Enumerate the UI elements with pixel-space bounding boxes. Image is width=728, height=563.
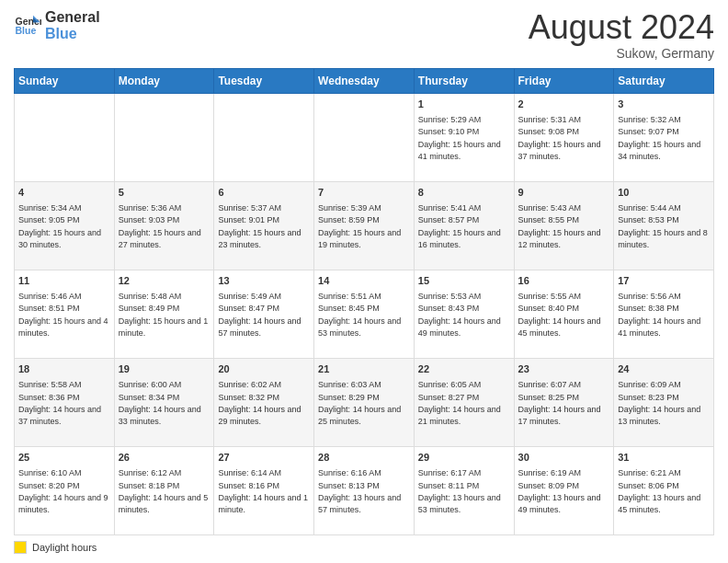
day-detail: Sunrise: 6:19 AM Sunset: 8:09 PM Dayligh…: [518, 468, 601, 514]
day-detail: Sunrise: 6:14 AM Sunset: 8:16 PM Dayligh…: [218, 468, 308, 514]
day-number: 6: [218, 186, 310, 200]
day-number: 29: [418, 451, 510, 465]
month-title: August 2024: [529, 9, 714, 46]
calendar-cell: 31Sunrise: 6:21 AM Sunset: 8:06 PM Dayli…: [614, 446, 714, 534]
svg-text:Blue: Blue: [16, 25, 37, 36]
day-number: 11: [18, 274, 110, 288]
day-detail: Sunrise: 6:00 AM Sunset: 8:34 PM Dayligh…: [119, 380, 201, 426]
logo-icon: General Blue: [14, 12, 41, 40]
calendar-cell: [214, 93, 314, 181]
weekday-header-tuesday: Tuesday: [214, 68, 314, 93]
calendar-cell: 18Sunrise: 5:58 AM Sunset: 8:36 PM Dayli…: [15, 358, 115, 446]
calendar-cell: 2Sunrise: 5:31 AM Sunset: 9:08 PM Daylig…: [514, 93, 614, 181]
page: General Blue General Blue August 2024 Su…: [0, 0, 728, 563]
calendar-cell: 11Sunrise: 5:46 AM Sunset: 8:51 PM Dayli…: [15, 270, 115, 358]
day-detail: Sunrise: 5:31 AM Sunset: 9:08 PM Dayligh…: [518, 115, 601, 161]
logo-blue: Blue: [45, 26, 100, 42]
day-detail: Sunrise: 6:05 AM Sunset: 8:27 PM Dayligh…: [418, 380, 501, 426]
day-number: 8: [418, 186, 510, 200]
weekday-header-saturday: Saturday: [614, 68, 714, 93]
calendar-cell: 29Sunrise: 6:17 AM Sunset: 8:11 PM Dayli…: [414, 446, 514, 534]
weekday-header-row: SundayMondayTuesdayWednesdayThursdayFrid…: [15, 68, 714, 93]
day-detail: Sunrise: 5:44 AM Sunset: 8:53 PM Dayligh…: [618, 203, 708, 249]
calendar-cell: 22Sunrise: 6:05 AM Sunset: 8:27 PM Dayli…: [414, 358, 514, 446]
day-detail: Sunrise: 6:03 AM Sunset: 8:29 PM Dayligh…: [318, 380, 401, 426]
weekday-header-thursday: Thursday: [414, 68, 514, 93]
day-number: 1: [418, 98, 510, 111]
title-block: August 2024 Sukow, Germany: [529, 9, 714, 61]
day-number: 25: [18, 451, 110, 465]
day-detail: Sunrise: 5:32 AM Sunset: 9:07 PM Dayligh…: [618, 115, 700, 161]
day-number: 13: [218, 274, 310, 288]
calendar-cell: 23Sunrise: 6:07 AM Sunset: 8:25 PM Dayli…: [514, 358, 614, 446]
day-detail: Sunrise: 5:48 AM Sunset: 8:49 PM Dayligh…: [119, 292, 209, 338]
day-number: 15: [418, 274, 510, 288]
day-detail: Sunrise: 5:34 AM Sunset: 9:05 PM Dayligh…: [18, 203, 101, 249]
calendar-cell: [314, 93, 415, 181]
calendar-week-2: 4Sunrise: 5:34 AM Sunset: 9:05 PM Daylig…: [15, 181, 714, 270]
day-detail: Sunrise: 6:09 AM Sunset: 8:23 PM Dayligh…: [618, 380, 700, 426]
day-number: 28: [318, 451, 410, 465]
calendar-cell: 7Sunrise: 5:39 AM Sunset: 8:59 PM Daylig…: [314, 181, 415, 270]
day-number: 17: [618, 274, 710, 288]
day-detail: Sunrise: 6:16 AM Sunset: 8:13 PM Dayligh…: [318, 468, 401, 514]
calendar-week-4: 18Sunrise: 5:58 AM Sunset: 8:36 PM Dayli…: [15, 358, 714, 446]
day-number: 26: [119, 451, 210, 465]
day-detail: Sunrise: 5:46 AM Sunset: 8:51 PM Dayligh…: [18, 292, 108, 338]
day-number: 20: [218, 362, 310, 376]
calendar-cell: 27Sunrise: 6:14 AM Sunset: 8:16 PM Dayli…: [214, 446, 314, 534]
day-number: 27: [218, 451, 310, 465]
calendar-week-1: 1Sunrise: 5:29 AM Sunset: 9:10 PM Daylig…: [15, 93, 714, 181]
weekday-header-sunday: Sunday: [15, 68, 115, 93]
day-detail: Sunrise: 5:49 AM Sunset: 8:47 PM Dayligh…: [218, 292, 301, 338]
day-number: 12: [119, 274, 210, 288]
day-number: 14: [318, 274, 410, 288]
calendar-cell: 6Sunrise: 5:37 AM Sunset: 9:01 PM Daylig…: [214, 181, 314, 270]
day-number: 30: [518, 451, 610, 465]
calendar-cell: 1Sunrise: 5:29 AM Sunset: 9:10 PM Daylig…: [414, 93, 514, 181]
day-number: 31: [618, 451, 710, 465]
day-number: 21: [318, 362, 410, 376]
day-detail: Sunrise: 5:53 AM Sunset: 8:43 PM Dayligh…: [418, 292, 501, 338]
day-number: 7: [318, 186, 410, 200]
day-detail: Sunrise: 6:02 AM Sunset: 8:32 PM Dayligh…: [218, 380, 301, 426]
header: General Blue General Blue August 2024 Su…: [14, 9, 714, 61]
day-number: 5: [119, 186, 210, 200]
day-detail: Sunrise: 5:43 AM Sunset: 8:55 PM Dayligh…: [518, 203, 601, 249]
calendar-cell: 26Sunrise: 6:12 AM Sunset: 8:18 PM Dayli…: [114, 446, 214, 534]
day-detail: Sunrise: 5:41 AM Sunset: 8:57 PM Dayligh…: [418, 203, 501, 249]
calendar-cell: 3Sunrise: 5:32 AM Sunset: 9:07 PM Daylig…: [614, 93, 714, 181]
day-detail: Sunrise: 5:58 AM Sunset: 8:36 PM Dayligh…: [18, 380, 101, 426]
day-detail: Sunrise: 5:55 AM Sunset: 8:40 PM Dayligh…: [518, 292, 601, 338]
day-detail: Sunrise: 5:37 AM Sunset: 9:01 PM Dayligh…: [218, 203, 301, 249]
day-detail: Sunrise: 5:39 AM Sunset: 8:59 PM Dayligh…: [318, 203, 401, 249]
calendar-cell: 10Sunrise: 5:44 AM Sunset: 8:53 PM Dayli…: [614, 181, 714, 270]
day-detail: Sunrise: 5:36 AM Sunset: 9:03 PM Dayligh…: [119, 203, 201, 249]
daylight-color-box: [14, 541, 27, 554]
day-number: 9: [518, 186, 610, 200]
calendar-cell: [114, 93, 214, 181]
day-number: 16: [518, 274, 610, 288]
calendar-cell: 14Sunrise: 5:51 AM Sunset: 8:45 PM Dayli…: [314, 270, 415, 358]
calendar-cell: 20Sunrise: 6:02 AM Sunset: 8:32 PM Dayli…: [214, 358, 314, 446]
calendar-cell: 16Sunrise: 5:55 AM Sunset: 8:40 PM Dayli…: [514, 270, 614, 358]
calendar-table: SundayMondayTuesdayWednesdayThursdayFrid…: [14, 68, 714, 535]
logo: General Blue General Blue: [14, 9, 100, 41]
day-detail: Sunrise: 6:21 AM Sunset: 8:06 PM Dayligh…: [618, 468, 700, 514]
calendar-cell: 25Sunrise: 6:10 AM Sunset: 8:20 PM Dayli…: [15, 446, 115, 534]
day-detail: Sunrise: 6:10 AM Sunset: 8:20 PM Dayligh…: [18, 468, 108, 514]
calendar-cell: 8Sunrise: 5:41 AM Sunset: 8:57 PM Daylig…: [414, 181, 514, 270]
calendar-cell: 15Sunrise: 5:53 AM Sunset: 8:43 PM Dayli…: [414, 270, 514, 358]
day-detail: Sunrise: 6:12 AM Sunset: 8:18 PM Dayligh…: [119, 468, 209, 514]
calendar-cell: 17Sunrise: 5:56 AM Sunset: 8:38 PM Dayli…: [614, 270, 714, 358]
day-number: 19: [119, 362, 210, 376]
calendar-cell: 24Sunrise: 6:09 AM Sunset: 8:23 PM Dayli…: [614, 358, 714, 446]
daylight-label: Daylight hours: [32, 542, 97, 553]
day-number: 18: [18, 362, 110, 376]
day-number: 23: [518, 362, 610, 376]
day-detail: Sunrise: 5:29 AM Sunset: 9:10 PM Dayligh…: [418, 115, 501, 161]
calendar-cell: 28Sunrise: 6:16 AM Sunset: 8:13 PM Dayli…: [314, 446, 415, 534]
calendar-cell: 13Sunrise: 5:49 AM Sunset: 8:47 PM Dayli…: [214, 270, 314, 358]
calendar-cell: [15, 93, 115, 181]
calendar-cell: 19Sunrise: 6:00 AM Sunset: 8:34 PM Dayli…: [114, 358, 214, 446]
